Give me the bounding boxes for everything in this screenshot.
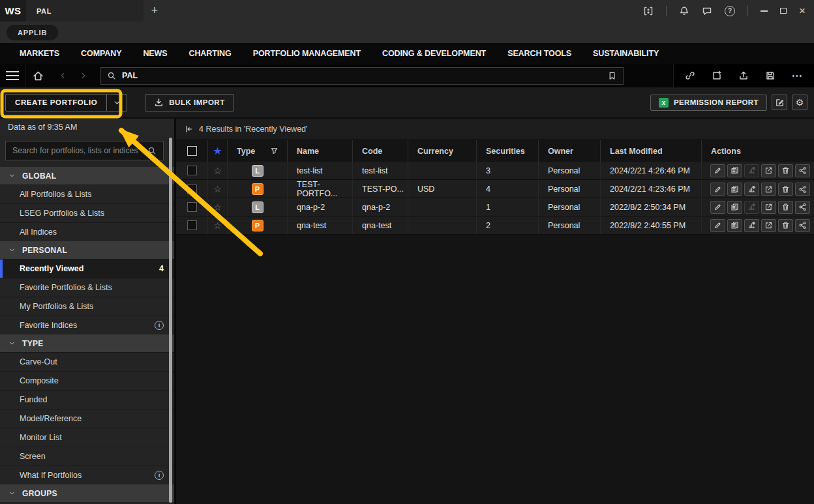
maximize-button[interactable] <box>780 8 787 14</box>
analyze-action-button[interactable] <box>744 183 759 196</box>
sidebar-item-favorite-portfolios-lists[interactable]: Favorite Portfolios & Lists <box>0 278 174 297</box>
share-action-button[interactable] <box>795 201 810 214</box>
menu-coding-development[interactable]: CODING & DEVELOPMENT <box>382 49 486 58</box>
menu-markets[interactable]: MARKETS <box>20 49 59 58</box>
create-portfolio-label[interactable]: CREATE PORTFOLIO <box>6 95 106 111</box>
filter-funnel-icon[interactable] <box>270 147 279 155</box>
sidebar-item-what-if-portfolios[interactable]: What If Portfolios i <box>0 466 174 484</box>
close-button[interactable]: × <box>799 5 806 16</box>
favorite-star-icon[interactable]: ☆ <box>207 162 227 179</box>
bookmark-icon[interactable] <box>607 71 617 81</box>
column-currency[interactable]: Currency <box>408 140 476 162</box>
edit-action-button[interactable] <box>710 183 725 196</box>
sidebar-item-carve-out[interactable]: Carve-Out <box>0 352 174 371</box>
duplicate-action-button[interactable] <box>727 219 742 232</box>
menu-search-tools[interactable]: SEARCH TOOLS <box>507 49 571 58</box>
column-owner[interactable]: Owner <box>538 140 600 162</box>
sidebar-item-model-reference[interactable]: Model/Reference <box>0 409 174 428</box>
hamburger-menu-icon[interactable] <box>0 71 25 81</box>
applib-button[interactable]: APPLIB <box>7 25 58 40</box>
help-icon[interactable]: ? <box>725 6 735 16</box>
new-document-icon[interactable] <box>712 70 722 81</box>
section-groups[interactable]: GROUPS <box>0 484 174 502</box>
select-all-checkbox[interactable] <box>176 140 207 162</box>
share-action-button[interactable] <box>795 164 810 177</box>
sidebar-item-screen[interactable]: Screen <box>0 447 174 466</box>
edit-action-button[interactable] <box>710 164 725 177</box>
edit-action-button[interactable] <box>710 201 725 214</box>
save-icon[interactable] <box>765 70 776 81</box>
minimize-button[interactable] <box>761 10 768 12</box>
sidebar-item-favorite-indices[interactable]: Favorite Indices i <box>0 316 174 334</box>
info-icon[interactable]: i <box>155 321 164 330</box>
sidebar-item-funded[interactable]: Funded <box>0 390 174 409</box>
sidebar-item-my-portfolios-lists[interactable]: My Portfolios & Lists <box>0 297 174 316</box>
menu-charting[interactable]: CHARTING <box>188 49 231 58</box>
create-portfolio-dropdown[interactable] <box>106 95 127 111</box>
sidebar-scrollbar[interactable] <box>169 138 172 503</box>
sidebar-item-lseg-portfolios-lists[interactable]: LSEG Portfolios & Lists <box>0 203 174 222</box>
sidebar-item-all-portfolios-lists[interactable]: All Portfolios & Lists <box>0 185 174 203</box>
row-checkbox[interactable] <box>176 162 207 179</box>
menu-company[interactable]: COMPANY <box>81 49 121 58</box>
favorite-star-icon[interactable]: ☆ <box>207 198 227 216</box>
search-input[interactable] <box>116 71 607 80</box>
settings-button[interactable]: ⚙ <box>792 95 807 110</box>
export-action-button[interactable] <box>761 183 776 196</box>
table-row[interactable]: ☆ P TEST-PORTFO... TEST-PO... USD 4 Pers… <box>176 180 814 198</box>
row-checkbox[interactable] <box>176 216 207 234</box>
export-share-icon[interactable] <box>738 70 749 81</box>
home-icon[interactable] <box>32 70 44 82</box>
edit-action-button[interactable] <box>710 219 725 232</box>
export-action-button[interactable] <box>761 164 776 177</box>
notifications-bell-icon[interactable] <box>679 6 689 16</box>
menu-portfolio-management[interactable]: PORTFOLIO MANAGEMENT <box>253 49 361 58</box>
more-options-icon[interactable]: ••• <box>792 72 803 80</box>
sidebar-item-all-indices[interactable]: All Indices <box>0 222 174 241</box>
favorite-star-icon[interactable]: ★ <box>207 140 227 162</box>
back-icon[interactable] <box>58 71 67 80</box>
menu-news[interactable]: NEWS <box>143 49 167 58</box>
tab-pal[interactable]: PAL <box>26 0 143 22</box>
table-row[interactable]: ☆ P qna-test qna-test 2 Personal 2022/8/… <box>176 216 814 235</box>
sidebar-item-recently-viewed[interactable]: Recently Viewed 4 <box>0 259 174 278</box>
section-global[interactable]: GLOBAL <box>0 167 174 185</box>
favorite-star-icon[interactable]: ☆ <box>207 216 227 234</box>
row-checkbox[interactable] <box>176 198 207 216</box>
sidebar-search-bar[interactable] <box>5 141 164 160</box>
collapse-panel-icon[interactable] <box>184 125 193 134</box>
search-bar[interactable] <box>100 67 624 85</box>
favorite-star-icon[interactable]: ☆ <box>207 180 227 198</box>
sidebar-item-monitor-list[interactable]: Monitor List <box>0 428 174 447</box>
share-action-button[interactable] <box>795 183 810 196</box>
delete-action-button[interactable] <box>778 219 793 232</box>
delete-action-button[interactable] <box>778 201 793 214</box>
column-securities[interactable]: Securities <box>476 140 538 162</box>
export-action-button[interactable] <box>761 219 776 232</box>
section-personal[interactable]: PERSONAL <box>0 241 174 259</box>
row-checkbox[interactable] <box>176 180 207 198</box>
export-action-button[interactable] <box>761 201 776 214</box>
feedback-chat-icon[interactable] <box>702 6 712 16</box>
column-last-modified[interactable]: Last Modified <box>600 140 701 162</box>
table-row[interactable]: ☆ L qna-p-2 qna-p-2 1 Personal 2022/8/2 … <box>176 198 814 216</box>
delete-action-button[interactable] <box>778 183 793 196</box>
column-code[interactable]: Code <box>352 140 408 162</box>
layout-panels-icon[interactable] <box>643 6 654 16</box>
table-row[interactable]: ☆ L test-list test-list 3 Personal 2024/… <box>176 162 814 180</box>
info-icon[interactable]: i <box>155 471 164 480</box>
column-type[interactable]: Type <box>227 140 287 162</box>
new-tab-button[interactable]: + <box>143 0 166 22</box>
sidebar-search-input[interactable] <box>12 146 147 155</box>
menu-sustainability[interactable]: SUSTAINABILITY <box>593 49 659 58</box>
section-type[interactable]: TYPE <box>0 334 174 352</box>
delete-action-button[interactable] <box>778 164 793 177</box>
permission-report-button[interactable]: x PERMISSION REPORT <box>650 95 767 111</box>
analyze-action-button[interactable] <box>744 219 759 232</box>
forward-icon[interactable] <box>79 71 88 80</box>
sidebar-item-composite[interactable]: Composite <box>0 371 174 390</box>
column-name[interactable]: Name <box>287 140 352 162</box>
bulk-import-button[interactable]: BULK IMPORT <box>145 94 234 111</box>
duplicate-action-button[interactable] <box>727 164 742 177</box>
duplicate-action-button[interactable] <box>727 183 742 196</box>
